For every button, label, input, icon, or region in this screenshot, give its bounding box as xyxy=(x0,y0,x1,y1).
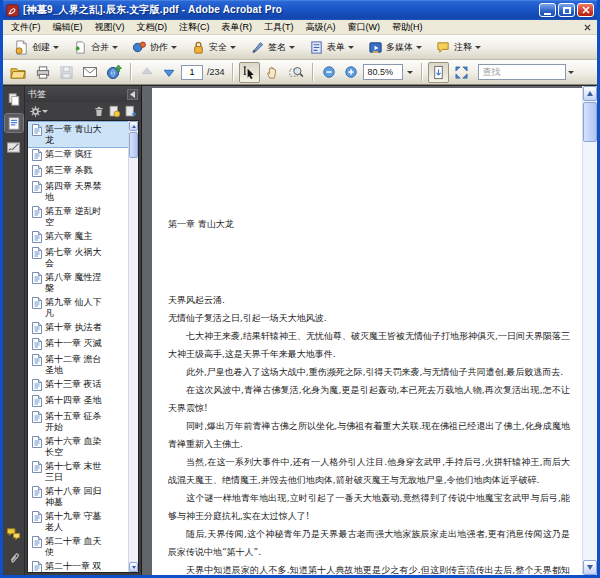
bookmark-item[interactable]: 第七章 火祸大会 xyxy=(28,245,128,270)
bookmarks-panel-button[interactable] xyxy=(5,114,23,132)
chevron-down-icon xyxy=(171,46,177,49)
bookmarks-panel-title: 书签 xyxy=(28,88,46,101)
bookmark-label: 第十二章 澹台圣地 xyxy=(45,354,109,375)
bookmark-item[interactable]: 第六章 魔主 xyxy=(28,229,128,245)
zoom-level-value[interactable]: 80.5% xyxy=(363,64,403,80)
menu-document[interactable]: 文档(D) xyxy=(131,20,174,35)
minimize-button[interactable] xyxy=(539,3,556,17)
scrollbar-thumb[interactable] xyxy=(583,102,597,142)
bookmark-item[interactable]: 第十七章 末世三日 xyxy=(28,459,128,484)
bookmark-item[interactable]: 第十五章 征杀开始 xyxy=(28,409,128,434)
multimedia-icon xyxy=(368,40,383,55)
bookmark-item[interactable]: 第一章 青山大龙 xyxy=(28,122,128,147)
zoom-marquee-button[interactable] xyxy=(285,62,307,83)
bookmark-item[interactable]: 第十章 执法者 xyxy=(28,320,128,336)
toolbar-separator xyxy=(421,63,423,81)
select-tool-button[interactable] xyxy=(239,62,260,83)
bookmark-item[interactable]: 第三章 杀戮 xyxy=(28,163,128,179)
scroll-down-button[interactable] xyxy=(583,560,597,575)
combine-label: 合并 xyxy=(91,41,109,54)
bookmark-page-icon xyxy=(32,272,42,284)
zoom-in-button[interactable] xyxy=(341,62,361,82)
arrow-down-icon xyxy=(132,566,136,569)
menu-comments[interactable]: 注释(C) xyxy=(173,20,216,35)
bookmark-item[interactable]: 第十四章 圣地 xyxy=(28,393,128,409)
collapse-panel-button[interactable] xyxy=(127,89,138,100)
document-view[interactable]: 第一章 青山大龙 天界风起云涌. 无情仙子复活之日,引起一场天大地风波. 七大神… xyxy=(141,86,597,575)
bookmark-item[interactable]: 第四章 天界禁地 xyxy=(28,179,128,204)
bookmark-item[interactable]: 第二十一章 双皇复活 xyxy=(28,559,128,572)
bookmark-page-icon xyxy=(32,436,42,448)
scroll-down-button[interactable] xyxy=(129,562,138,572)
arrow-down-icon xyxy=(587,565,593,570)
scroll-up-button[interactable] xyxy=(129,121,138,131)
fit-window-button[interactable] xyxy=(451,62,472,83)
bookmark-item[interactable]: 第十三章 夜话 xyxy=(28,377,128,393)
comment-button[interactable]: 注释 xyxy=(431,37,486,58)
bookmark-label: 第八章 魔性涅槃 xyxy=(45,272,109,293)
zoom-level-dropdown[interactable] xyxy=(405,64,416,80)
sign-button[interactable]: 签名 xyxy=(245,37,300,58)
close-button[interactable] xyxy=(577,3,594,17)
bookmark-item[interactable]: 第十一章 灭滅 xyxy=(28,336,128,352)
signatures-panel-button[interactable] xyxy=(5,138,23,156)
create-pdf-button[interactable]: 创建 xyxy=(9,37,64,58)
bookmark-label: 第十章 执法者 xyxy=(45,322,109,333)
menu-window[interactable]: 窗口(W) xyxy=(342,20,387,35)
open-button[interactable] xyxy=(7,62,30,83)
attachments-panel-button[interactable] xyxy=(5,549,23,567)
menu-file[interactable]: 文件(F) xyxy=(5,20,47,35)
delete-bookmark-button[interactable] xyxy=(93,105,105,118)
document-scrollbar[interactable] xyxy=(582,86,597,575)
zoom-out-button[interactable] xyxy=(319,62,339,82)
bookmark-item[interactable]: 第二十章 血天使 xyxy=(28,534,128,559)
scrolling-mode-button[interactable] xyxy=(428,62,449,83)
scrollbar-thumb[interactable] xyxy=(129,132,138,158)
maximize-button[interactable] xyxy=(558,3,575,17)
bookmark-item[interactable]: 第九章 仙人下凡 xyxy=(28,295,128,320)
menu-edit[interactable]: 编辑(E) xyxy=(47,20,89,35)
secure-button[interactable]: 安全 xyxy=(186,37,241,58)
hand-tool-button[interactable] xyxy=(262,62,283,83)
page-number-input[interactable] xyxy=(181,65,203,80)
print-button[interactable] xyxy=(32,62,54,83)
find-dropdown[interactable] xyxy=(566,64,577,80)
bookmark-label: 第十六章 血染长空 xyxy=(45,436,109,457)
combine-button[interactable]: 合并 xyxy=(68,37,123,58)
bookmark-item[interactable]: 第二章 疯狂 xyxy=(28,147,128,163)
title-bar: [神墓9_人界之乱].辰东.文字版.pdf - Adobe Acrobat Pr… xyxy=(3,0,597,20)
comments-panel-button[interactable] xyxy=(5,525,23,543)
menu-view[interactable]: 视图(V) xyxy=(89,20,131,35)
bookmark-options-button[interactable] xyxy=(29,105,48,118)
bookmark-item[interactable]: 第十八章 回归神墓 xyxy=(28,484,128,509)
find-input[interactable] xyxy=(478,64,566,80)
forms-button[interactable]: 表单 xyxy=(304,37,359,58)
collaborate-button[interactable]: 协作 xyxy=(127,37,182,58)
sign-icon xyxy=(250,40,265,55)
upload-documents-button[interactable] xyxy=(103,61,125,83)
multimedia-button[interactable]: 多媒体 xyxy=(363,37,427,58)
bookmark-item[interactable]: 第十六章 血染长空 xyxy=(28,434,128,459)
new-bookmark-button[interactable] xyxy=(124,105,137,118)
chevron-down-icon xyxy=(289,46,295,49)
chevron-down-icon xyxy=(42,110,48,113)
menu-help[interactable]: 帮助(H) xyxy=(386,20,429,35)
email-button[interactable] xyxy=(79,62,101,82)
bookmark-label: 第二章 疯狂 xyxy=(45,149,109,160)
bookmarks-scrollbar[interactable] xyxy=(128,121,138,572)
toolbar-separator xyxy=(130,63,132,81)
menu-tools[interactable]: 工具(T) xyxy=(258,20,300,35)
expand-current-bookmark-button[interactable] xyxy=(108,105,121,118)
bookmark-item[interactable]: 第八章 魔性涅槃 xyxy=(28,270,128,295)
bookmark-page-icon xyxy=(32,206,42,218)
next-page-button[interactable] xyxy=(159,62,179,82)
scroll-up-button[interactable] xyxy=(583,86,597,101)
menu-forms[interactable]: 表单(R) xyxy=(216,20,259,35)
scroll-mode-icon xyxy=(431,65,446,80)
bookmark-item[interactable]: 第十九章 守墓老人 xyxy=(28,509,128,534)
menu-advanced[interactable]: 高级(A) xyxy=(300,20,342,35)
menubar-close-button[interactable] xyxy=(582,22,593,33)
bookmark-item[interactable]: 第五章 逆乱时空 xyxy=(28,204,128,229)
bookmark-item[interactable]: 第十二章 澹台圣地 xyxy=(28,352,128,377)
pages-panel-button[interactable] xyxy=(5,90,23,108)
